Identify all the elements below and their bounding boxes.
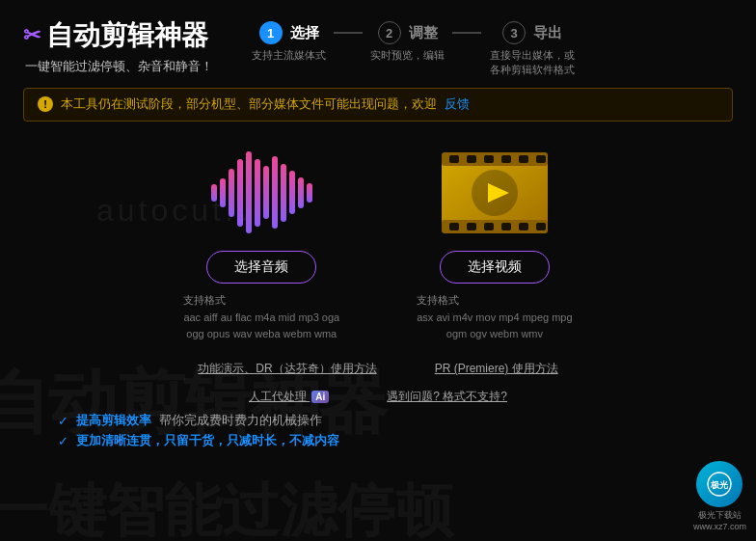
step-3: 3 导出 直接导出媒体，或各种剪辑软件格式 bbox=[489, 21, 576, 78]
svg-rect-13 bbox=[519, 223, 528, 230]
main-content: 选择音频 支持格式 aac aiff au flac m4a mid mp3 o… bbox=[0, 135, 756, 353]
step-sep-1 bbox=[326, 21, 370, 34]
header: ✂ 自动剪辑神器 一键智能过滤停顿、杂音和静音！ 1 选择 支持主流媒体式 2 bbox=[0, 0, 756, 88]
film-icon bbox=[432, 145, 557, 241]
step-2-circle: 2 bbox=[378, 21, 401, 44]
step-1-header: 1 选择 bbox=[259, 21, 319, 44]
feature-item-0: ✓ 提高剪辑效率 帮你完成费时费力的机械操作 bbox=[58, 413, 698, 429]
step-line-1 bbox=[334, 32, 363, 34]
step-2-desc: 实时预览，编辑 bbox=[370, 48, 445, 63]
svg-rect-14 bbox=[536, 223, 546, 230]
step-1-label: 选择 bbox=[290, 24, 319, 42]
warning-icon: ! bbox=[38, 96, 53, 112]
app-subtitle: 一键智能过滤停顿、杂音和静音！ bbox=[23, 58, 213, 75]
select-video-button[interactable]: 选择视频 bbox=[440, 251, 550, 284]
step-1-desc: 支持主流媒体式 bbox=[252, 48, 326, 63]
svg-rect-5 bbox=[484, 155, 494, 163]
audio-section: 选择音频 支持格式 aac aiff au flac m4a mid mp3 o… bbox=[183, 145, 339, 343]
svg-rect-7 bbox=[519, 155, 528, 163]
step-3-label: 导出 bbox=[533, 24, 562, 42]
bottom-links-row1: 功能演示、DR（达芬奇）使用方法 PR (Premiere) 使用方法 bbox=[0, 353, 756, 377]
check-icon-1: ✓ bbox=[58, 434, 68, 448]
step-2-header: 2 调整 bbox=[378, 21, 438, 44]
feedback-link[interactable]: 反馈 bbox=[445, 96, 470, 113]
pr-link[interactable]: PR (Premiere) 使用方法 bbox=[435, 361, 558, 377]
check-icon-0: ✓ bbox=[58, 414, 68, 428]
svg-rect-9 bbox=[449, 223, 459, 230]
issue-link[interactable]: 遇到问题? 格式不支持? bbox=[387, 389, 507, 405]
ai-process-link[interactable]: 人工代处理 Ai bbox=[249, 389, 329, 405]
warning-text: 本工具仍在测试阶段，部分机型、部分媒体文件可能出现问题，欢迎 bbox=[61, 96, 437, 113]
watermark-site: 极光下载站 bbox=[693, 509, 746, 522]
features-list: ✓ 提高剪辑效率 帮你完成费时费力的机械操作 ✓ 更加清晰连贯，只留干货，只减时… bbox=[0, 405, 756, 449]
video-formats: asx avi m4v mov mp4 mpeg mpg ogm ogv web… bbox=[417, 310, 572, 343]
step-sep-2 bbox=[445, 21, 489, 34]
audio-formats: aac aiff au flac m4a mid mp3 oga ogg opu… bbox=[183, 310, 339, 343]
svg-rect-10 bbox=[467, 223, 476, 230]
svg-rect-8 bbox=[536, 155, 546, 163]
app-title: ✂ 自动剪辑神器 bbox=[23, 17, 213, 54]
bottom-links-row2: 人工代处理 Ai 遇到问题? 格式不支持? bbox=[0, 381, 756, 405]
step-2-label: 调整 bbox=[409, 24, 438, 42]
svg-rect-6 bbox=[501, 155, 511, 163]
step-3-header: 3 导出 bbox=[502, 21, 562, 44]
scissors-icon: ✂ bbox=[23, 23, 40, 48]
waveform-icon bbox=[184, 145, 338, 241]
svg-text:极光: 极光 bbox=[710, 480, 729, 490]
step-3-circle: 3 bbox=[502, 21, 526, 44]
audio-format-label: 支持格式 aac aiff au flac m4a mid mp3 oga og… bbox=[183, 293, 339, 343]
step-line-2 bbox=[452, 32, 481, 34]
svg-rect-12 bbox=[501, 223, 511, 230]
watermark-url: www.xz7.com bbox=[693, 522, 746, 531]
step-1-circle: 1 bbox=[259, 21, 283, 44]
svg-rect-3 bbox=[449, 155, 459, 163]
ai-badge: Ai bbox=[311, 391, 329, 403]
step-3-desc: 直接导出媒体，或各种剪辑软件格式 bbox=[489, 48, 576, 78]
watermark-tagline: 一键智能过滤停顿 bbox=[0, 473, 453, 541]
step-2: 2 调整 实时预览，编辑 bbox=[370, 21, 445, 63]
step-1: 1 选择 支持主流媒体式 bbox=[252, 21, 326, 63]
watermark-logo-icon: 极光 bbox=[696, 461, 742, 507]
video-icon-wrapper bbox=[418, 145, 572, 241]
title-text: 自动剪辑神器 bbox=[46, 17, 208, 54]
feature-item-1: ✓ 更加清晰连贯，只留干货，只减时长，不减内容 bbox=[58, 433, 698, 449]
watermark-logo: 极光 极光下载站 www.xz7.com bbox=[693, 461, 746, 531]
demo-link[interactable]: 功能演示、DR（达芬奇）使用方法 bbox=[198, 361, 376, 377]
logo-area: ✂ 自动剪辑神器 一键智能过滤停顿、杂音和静音！ bbox=[23, 17, 213, 75]
steps-container: 1 选择 支持主流媒体式 2 调整 实时预览，编辑 bbox=[252, 21, 576, 78]
svg-rect-11 bbox=[484, 223, 494, 230]
video-format-label: 支持格式 asx avi m4v mov mp4 mpeg mpg ogm og… bbox=[417, 293, 572, 343]
warning-bar: ! 本工具仍在测试阶段，部分机型、部分媒体文件可能出现问题，欢迎 反馈 bbox=[23, 88, 733, 122]
feature-desc-0: 帮你完成费时费力的机械操作 bbox=[159, 413, 322, 429]
feature-main-1: 更加清晰连贯，只留干货，只减时长，不减内容 bbox=[76, 433, 339, 449]
svg-rect-4 bbox=[467, 155, 476, 163]
video-section: 选择视频 支持格式 asx avi m4v mov mp4 mpeg mpg o… bbox=[417, 145, 572, 343]
feature-main-0: 提高剪辑效率 bbox=[76, 413, 151, 429]
select-audio-button[interactable]: 选择音频 bbox=[206, 251, 316, 284]
